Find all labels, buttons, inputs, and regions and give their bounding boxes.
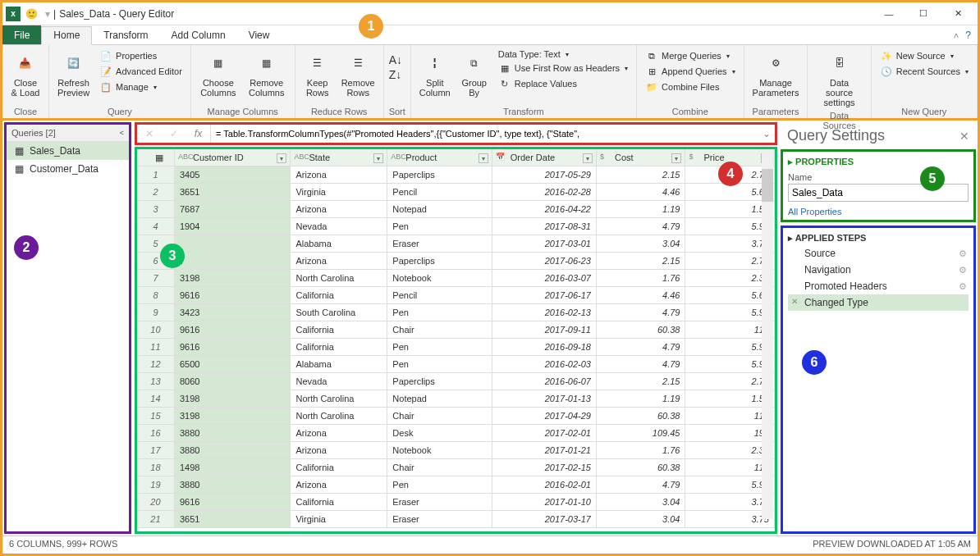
cell[interactable]: California xyxy=(291,494,387,511)
column-header[interactable]: ABCState▾ xyxy=(291,149,387,166)
vertical-scrollbar[interactable] xyxy=(762,153,773,519)
cell[interactable]: Pen xyxy=(387,218,492,235)
cell[interactable]: Eraser xyxy=(387,494,492,511)
cell[interactable]: 6500 xyxy=(175,356,291,373)
group-by-button[interactable]: ⧉Group By xyxy=(457,48,492,99)
cell[interactable]: Alabama xyxy=(291,356,387,373)
cell[interactable]: 9616 xyxy=(175,339,291,356)
fx-icon[interactable]: fx xyxy=(186,125,211,143)
table-row[interactable]: 119616CaliforniaPen2016-09-184.795.95 xyxy=(137,339,775,356)
cell[interactable]: North Carolina xyxy=(291,408,387,425)
cell[interactable]: North Carolina xyxy=(291,270,387,287)
cell[interactable]: 2017-01-13 xyxy=(492,390,597,408)
cell[interactable]: 4.79 xyxy=(597,218,685,235)
close-panel-icon[interactable]: ✕ xyxy=(959,130,969,143)
ribbon-collapse-icon[interactable]: ʌ xyxy=(954,30,959,39)
applied-step[interactable]: Navigation⚙ xyxy=(788,262,969,278)
cell[interactable]: 3880 xyxy=(175,442,291,459)
cell[interactable]: 7687 xyxy=(175,201,291,218)
manage-button[interactable]: 📋Manage▾ xyxy=(96,80,185,94)
formula-confirm-icon[interactable]: ✓ xyxy=(162,128,186,139)
cell[interactable]: Arizona xyxy=(291,476,387,494)
query-item-customer[interactable]: ▦ Customer_Data xyxy=(7,160,129,178)
cell[interactable]: 3651 xyxy=(175,511,291,528)
cell[interactable]: Chair xyxy=(387,408,492,425)
cell[interactable]: 2016-09-18 xyxy=(492,339,597,356)
cell[interactable]: 2017-02-15 xyxy=(492,459,597,476)
cell[interactable]: 2016-02-28 xyxy=(492,184,597,201)
cell[interactable]: Paperclips xyxy=(387,166,492,184)
column-header[interactable]: ABCCustomer ID▾ xyxy=(175,149,291,166)
table-row[interactable]: 93423South CarolinaPen2016-02-134.795.95 xyxy=(137,304,775,321)
qat-dropdown-icon[interactable]: ▾ xyxy=(45,8,50,20)
advanced-editor-button[interactable]: 📝Advanced Editor xyxy=(96,64,185,79)
cell[interactable]: 9616 xyxy=(175,494,291,511)
cell[interactable]: Pen xyxy=(387,339,492,356)
cell[interactable]: Pen xyxy=(387,476,492,494)
cell[interactable]: North Carolina xyxy=(291,390,387,408)
table-row[interactable]: 181498CaliforniaChair2017-02-1560.38118 xyxy=(137,459,775,476)
tab-file[interactable]: File xyxy=(2,25,41,44)
query-item-sales[interactable]: ▦ Sales_Data xyxy=(7,142,129,160)
column-header[interactable]: ABCProduct▾ xyxy=(387,149,492,166)
tab-add-column[interactable]: Add Column xyxy=(160,25,237,44)
cell[interactable]: Arizona xyxy=(291,253,387,270)
properties-button[interactable]: 📄Properties xyxy=(96,48,185,63)
cell[interactable]: Pen xyxy=(387,356,492,373)
cell[interactable]: 3.04 xyxy=(597,494,685,511)
table-row[interactable]: 73198North CarolinaNotebook2016-03-071.7… xyxy=(137,270,775,287)
cell[interactable]: Eraser xyxy=(387,511,492,528)
cell[interactable] xyxy=(175,235,291,253)
table-row[interactable]: 138060NevadaPaperclips2016-06-072.152.79 xyxy=(137,373,775,390)
column-header[interactable]: $Cost▾ xyxy=(597,149,685,166)
cell[interactable]: 2.15 xyxy=(597,373,685,390)
sort-desc-button[interactable]: Z↓ xyxy=(389,68,402,81)
help-icon[interactable]: ? xyxy=(965,30,971,41)
replace-values-button[interactable]: ↻Replace Values xyxy=(495,76,631,91)
cell[interactable]: Pencil xyxy=(387,287,492,304)
tab-transform[interactable]: Transform xyxy=(92,25,159,44)
cell[interactable]: Alabama xyxy=(291,235,387,253)
sort-asc-button[interactable]: A↓ xyxy=(389,53,402,66)
cell[interactable]: 1.19 xyxy=(597,201,685,218)
cell[interactable]: 2.15 xyxy=(597,253,685,270)
applied-step[interactable]: Source⚙ xyxy=(788,245,969,262)
close-button[interactable]: ✕ xyxy=(941,4,974,24)
data-source-settings-button[interactable]: 🗄Data source settings xyxy=(813,48,865,109)
applied-steps-header[interactable]: ▸ APPLIED STEPS xyxy=(788,231,969,245)
formula-cancel-icon[interactable]: ✕ xyxy=(137,128,162,139)
cell[interactable]: 4.46 xyxy=(597,184,685,201)
cell[interactable]: Arizona xyxy=(291,442,387,459)
cell[interactable]: 2016-06-07 xyxy=(492,373,597,390)
append-queries-button[interactable]: ⊞Append Queries▾ xyxy=(642,64,739,79)
filter-icon[interactable]: ▾ xyxy=(671,153,681,163)
cell[interactable]: Notepad xyxy=(387,201,492,218)
cell[interactable]: Chair xyxy=(387,321,492,339)
cell[interactable]: Eraser xyxy=(387,235,492,253)
step-gear-icon[interactable]: ⚙ xyxy=(959,281,967,292)
manage-parameters-button[interactable]: ⚙Manage Parameters xyxy=(749,48,803,99)
cell[interactable]: Arizona xyxy=(291,166,387,184)
cell[interactable]: 3405 xyxy=(175,166,291,184)
table-row[interactable]: 5AlabamaEraser2017-03-013.043.75 xyxy=(137,235,775,253)
cell[interactable]: 2017-03-01 xyxy=(492,235,597,253)
filter-icon[interactable]: ▾ xyxy=(479,153,488,163)
cell[interactable]: Pen xyxy=(387,304,492,321)
cell[interactable]: 60.38 xyxy=(597,321,685,339)
combine-files-button[interactable]: 📁Combine Files xyxy=(642,80,739,94)
merge-queries-button[interactable]: ⧉Merge Queries▾ xyxy=(642,48,739,63)
cell[interactable]: 4.46 xyxy=(597,287,685,304)
table-row[interactable]: 126500AlabamaPen2016-02-034.795.95 xyxy=(137,356,775,373)
cell[interactable]: 3.04 xyxy=(597,235,685,253)
new-source-button[interactable]: ✨New Source▾ xyxy=(877,48,972,63)
cell[interactable]: Nevada xyxy=(291,218,387,235)
collapse-panel-icon[interactable]: < xyxy=(120,129,124,137)
table-row[interactable]: 213651VirginiaEraser2017-03-173.043.75 xyxy=(137,511,775,528)
cell[interactable]: 3198 xyxy=(175,390,291,408)
data-type-button[interactable]: Data Type: Text▾ xyxy=(495,48,631,60)
cell[interactable]: Paperclips xyxy=(387,253,492,270)
formula-expand-icon[interactable]: ⌄ xyxy=(758,128,775,139)
step-gear-icon[interactable]: ⚙ xyxy=(959,265,967,276)
cell[interactable]: 3423 xyxy=(175,304,291,321)
cell[interactable]: Chair xyxy=(387,459,492,476)
